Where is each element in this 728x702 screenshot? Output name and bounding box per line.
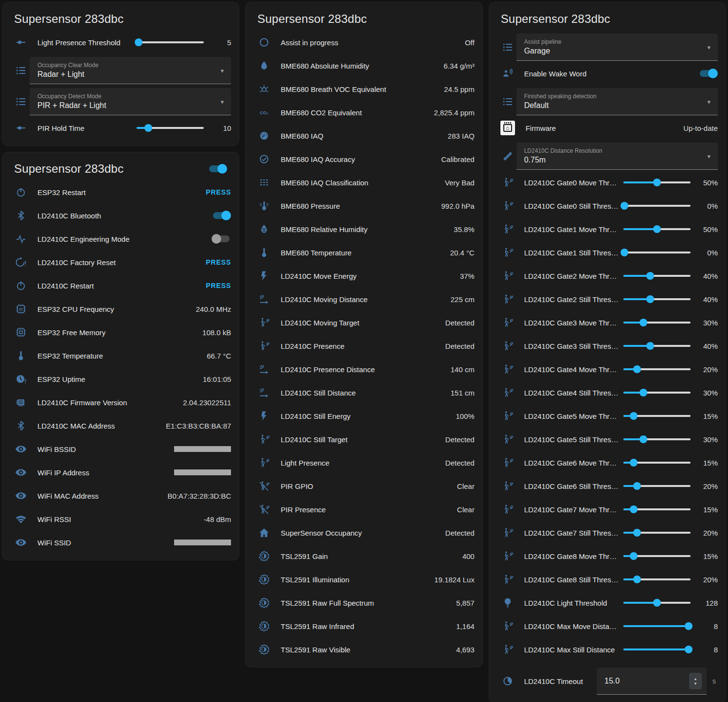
row-tsl2591-raw-visible[interactable]: TSL2591 Raw Visible4,693	[246, 638, 482, 661]
row-bme680-breath-voc-equivalent[interactable]: BME680 Breath VOC Equivalent24.5 ppm	[246, 77, 482, 101]
slider-thumb[interactable]	[639, 435, 647, 443]
number-value[interactable]: 15.0	[604, 677, 689, 685]
row-ld2410c-gate0-still-threshold[interactable]: LD2410C Gate0 Still Threshold0%	[489, 194, 726, 217]
select-field[interactable]: LD2410C Distance Resolution0.75m▾	[516, 143, 718, 170]
select-field[interactable]: Assist pipelineGarage▾	[516, 34, 718, 61]
row-bme680-temperature[interactable]: BME680 Temperature20.4 °C	[246, 241, 482, 264]
slider[interactable]	[623, 342, 691, 350]
row-ld2410c-light-threshold[interactable]: LD2410C Light Threshold128	[489, 591, 726, 614]
row-ld2410c-still-energy[interactable]: LD2410C Still Energy100%	[246, 404, 482, 428]
slider[interactable]	[623, 575, 691, 584]
slider-thumb[interactable]	[621, 202, 628, 210]
row-ld2410c-gate2-move-threshold[interactable]: LD2410C Gate2 Move Threshold40%	[489, 264, 726, 288]
row-ld2410c-gate8-still-threshold[interactable]: LD2410C Gate8 Still Threshold20%	[489, 568, 726, 591]
row-ld2410c-gate6-still-threshold[interactable]: LD2410C Gate6 Still Threshold20%	[489, 474, 726, 498]
toggle-switch[interactable]	[212, 234, 231, 244]
slider-thumb[interactable]	[621, 249, 628, 256]
slider-thumb[interactable]	[646, 272, 654, 280]
slider[interactable]	[623, 271, 691, 280]
row-ld2410c-gate1-still-threshold[interactable]: LD2410C Gate1 Still Threshold0%	[489, 241, 726, 264]
slider-thumb[interactable]	[630, 505, 638, 513]
slider[interactable]	[623, 412, 691, 420]
row-ld2410c-mac-address[interactable]: LD2410C MAC AddressE1:C3:B3:CB:BA:87	[2, 414, 239, 437]
row-ld2410c-factory-reset[interactable]: LD2410C Factory ResetPRESS	[2, 251, 239, 274]
slider-thumb[interactable]	[685, 646, 692, 653]
row-wifi-ip-address[interactable]: WiFi IP Address	[2, 461, 239, 484]
row-ld2410c-gate3-still-threshold[interactable]: LD2410C Gate3 Still Threshold40%	[489, 334, 726, 358]
slider-thumb[interactable]	[639, 319, 647, 326]
row-supersensor-occupancy[interactable]: SuperSensor OccupancyDetected	[246, 521, 482, 544]
row-bme680-co2-equivalent[interactable]: CO₂BME680 CO2 Equivalent2,825.4 ppm	[246, 101, 482, 124]
toggle-switch[interactable]	[212, 211, 231, 220]
row-bme680-relative-humidity[interactable]: BME680 Relative Humidity35.8%	[246, 217, 482, 241]
slider[interactable]	[623, 225, 691, 234]
row-ld2410c-max-move-distance[interactable]: LD2410C Max Move Distance8	[489, 614, 726, 638]
slider[interactable]	[623, 365, 691, 374]
slider-thumb[interactable]	[135, 38, 142, 46]
row-ld2410c-gate6-move-threshold[interactable]: LD2410C Gate6 Move Threshold15%	[489, 451, 726, 474]
row-bme680-iaq-accuracy[interactable]: BME680 IAQ AccuracyCalibrated	[246, 147, 482, 171]
slider[interactable]	[623, 178, 691, 187]
slider-thumb[interactable]	[653, 599, 661, 607]
row-pir-hold-time[interactable]: PIR Hold Time10	[2, 116, 239, 140]
slider-thumb[interactable]	[630, 552, 638, 560]
slider[interactable]	[623, 295, 691, 304]
slider[interactable]	[623, 645, 691, 654]
slider-thumb[interactable]	[630, 412, 638, 420]
row-esp32-uptime[interactable]: ESP32 Uptime16:01:05	[2, 367, 239, 391]
slider[interactable]	[623, 622, 691, 630]
slider[interactable]	[623, 248, 691, 257]
row-esp32-restart[interactable]: ESP32 RestartPRESS	[2, 180, 239, 204]
row-pir-presence[interactable]: PIR PresenceClear	[246, 498, 482, 521]
row-ld2410c-gate5-still-threshold[interactable]: LD2410C Gate5 Still Threshold30%	[489, 428, 726, 451]
slider[interactable]	[623, 528, 691, 537]
row-ld2410c-timeout[interactable]: LD2410C Timeout15.0▴▾s	[489, 665, 726, 697]
row-wifi-bssid[interactable]: WiFi BSSID	[2, 437, 239, 461]
row-esp32-free-memory[interactable]: ESP32 Free Memory108.0 kB	[2, 321, 239, 344]
stepper-up-icon[interactable]: ▴	[694, 676, 697, 681]
card-power-toggle[interactable]	[208, 164, 227, 174]
row-ld2410c-gate7-still-threshold[interactable]: LD2410C Gate7 Still Threshold20%	[489, 521, 726, 544]
slider[interactable]	[623, 598, 691, 607]
select-field[interactable]: Occupancy Clear ModeRadar + Light▾	[30, 57, 231, 84]
row-pir-gpio[interactable]: PIR GPIOClear	[246, 474, 482, 498]
slider-thumb[interactable]	[685, 622, 692, 630]
row-firmware[interactable]: ⌂FirmwareUp-to-date	[489, 116, 726, 140]
row-ld2410c-gate1-move-threshold[interactable]: LD2410C Gate1 Move Threshold50%	[489, 217, 726, 241]
row-ld2410c-moving-distance[interactable]: LD2410C Moving Distance225 cm	[246, 288, 482, 311]
slider[interactable]	[623, 318, 691, 327]
row-ld2410c-gate8-move-threshold[interactable]: LD2410C Gate8 Move Threshold15%	[489, 544, 726, 568]
row-ld2410c-still-distance[interactable]: LD2410C Still Distance151 cm	[246, 381, 482, 404]
toggle-switch[interactable]	[698, 69, 718, 78]
slider-thumb[interactable]	[639, 389, 647, 396]
row-ld2410c-gate2-still-threshold[interactable]: LD2410C Gate2 Still Threshold40%	[489, 288, 726, 311]
slider[interactable]	[623, 201, 691, 210]
row-wifi-ssid[interactable]: WiFi SSID	[2, 531, 239, 554]
slider-thumb[interactable]	[646, 342, 654, 350]
row-bme680-pressure[interactable]: BME680 Pressure992.0 hPa	[246, 194, 482, 217]
row-ld2410c-gate7-move-threshold[interactable]: LD2410C Gate7 Move Threshold15%	[489, 498, 726, 521]
press-button[interactable]: PRESS	[206, 188, 231, 196]
row-tsl2591-raw-infrared[interactable]: TSL2591 Raw Infrared1,164	[246, 614, 482, 638]
row-ld2410c-presence[interactable]: LD2410C PresenceDetected	[246, 334, 482, 358]
row-esp32-temperature[interactable]: ESP32 Temperature66.7 °C	[2, 344, 239, 367]
row-light-presence[interactable]: Light PresenceDetected	[246, 451, 482, 474]
stepper-down-icon[interactable]: ▾	[694, 681, 697, 686]
row-wifi-rssi[interactable]: WiFi RSSI-48 dBm	[2, 507, 239, 531]
slider-thumb[interactable]	[653, 225, 661, 233]
press-button[interactable]: PRESS	[206, 258, 231, 266]
slider-thumb[interactable]	[144, 124, 152, 132]
row-bme680-absolute-humidity[interactable]: BME680 Absolute Humidity6.34 g/m³	[246, 54, 482, 77]
row-ld2410c-max-still-distance[interactable]: LD2410C Max Still Distance8	[489, 638, 726, 661]
row-tsl2591-illumination[interactable]: TSL2591 Illumination19.1824 Lux	[246, 568, 482, 591]
row-ld2410c-bluetooth[interactable]: LD2410C Bluetooth	[2, 204, 239, 227]
slider-thumb[interactable]	[633, 482, 641, 490]
slider-thumb[interactable]	[633, 365, 641, 373]
slider-thumb[interactable]	[646, 295, 654, 303]
slider[interactable]	[623, 505, 691, 514]
row-light-presence-threshold[interactable]: Light Presence Threshold5	[2, 31, 239, 54]
row-ld2410c-gate5-move-threshold[interactable]: LD2410C Gate5 Move Threshold15%	[489, 404, 726, 428]
row-ld2410c-gate4-still-threshold[interactable]: LD2410C Gate4 Still Threshold30%	[489, 381, 726, 404]
slider-thumb[interactable]	[630, 459, 638, 467]
row-ld2410c-gate3-move-threshold[interactable]: LD2410C Gate3 Move Threshold30%	[489, 311, 726, 334]
